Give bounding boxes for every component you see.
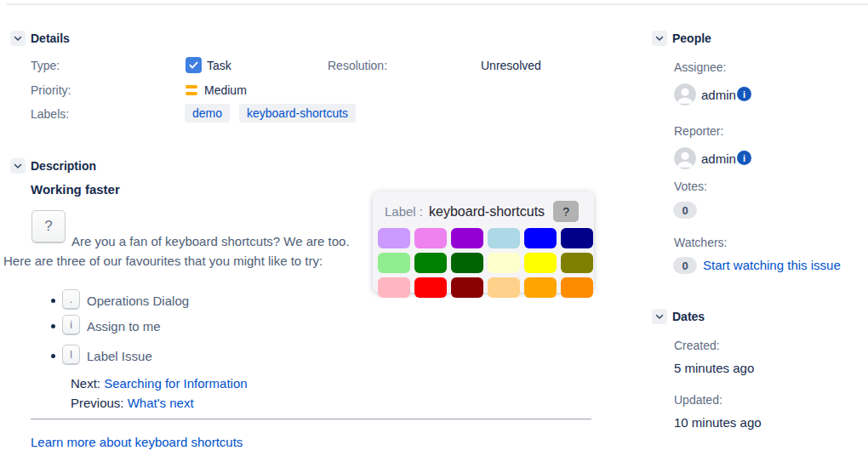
priority-medium-icon — [186, 85, 197, 95]
reporter-avatar — [674, 147, 696, 169]
priority-value: Medium — [204, 83, 247, 97]
color-swatch-2-5[interactable] — [561, 277, 593, 298]
color-swatch-0-4[interactable] — [524, 228, 557, 248]
previous-line: Previous: What's next — [71, 396, 194, 410]
assignee-field-label: Assignee: — [674, 60, 726, 74]
reporter-field-label: Reporter: — [674, 124, 723, 138]
color-swatch-2-1[interactable] — [414, 277, 447, 298]
color-swatch-0-2[interactable] — [451, 228, 483, 248]
color-swatch-2-0[interactable] — [378, 277, 410, 298]
people-collapse-button[interactable] — [652, 31, 667, 46]
reporter-name[interactable]: admin — [701, 151, 736, 166]
description-intro-line2: Here are three of our favourites that yo… — [3, 254, 323, 268]
color-swatch-0-0[interactable] — [378, 228, 410, 248]
chevron-down-icon — [13, 161, 23, 171]
color-swatch-0-1[interactable] — [414, 228, 447, 248]
label-popup-field-label: Label : — [385, 204, 423, 219]
description-divider — [31, 419, 591, 419]
shortcut-item: l Label Issue — [51, 345, 152, 364]
color-swatch-1-3[interactable] — [488, 253, 520, 273]
color-swatch-1-0[interactable] — [378, 253, 410, 273]
assignee-info-icon[interactable]: i — [737, 87, 751, 101]
color-swatch-1-5[interactable] — [561, 253, 593, 273]
shortcut-label: Label Issue — [87, 349, 152, 364]
description-title: Description — [31, 159, 96, 173]
reporter-info-icon[interactable]: i — [737, 151, 751, 165]
description-section-header: Description — [10, 158, 96, 174]
l-keycap-icon: l — [62, 345, 80, 364]
priority-field-label: Priority: — [31, 83, 71, 97]
bullet-icon — [51, 354, 55, 358]
labels-field-label: Labels: — [31, 107, 69, 121]
next-label: Next: — [71, 376, 100, 391]
created-value: 5 minutes ago — [674, 361, 754, 375]
top-divider — [7, 3, 868, 5]
color-swatch-1-4[interactable] — [524, 253, 557, 273]
people-section-header: People — [652, 31, 711, 46]
learn-more-link[interactable]: Learn more about keyboard shortcuts — [31, 435, 243, 449]
assignee-avatar — [674, 83, 696, 106]
color-swatch-1-2[interactable] — [451, 253, 483, 273]
watchers-field-label: Watchers: — [674, 236, 728, 249]
type-field-label: Type: — [31, 59, 60, 72]
description-collapse-button[interactable] — [10, 158, 26, 174]
swatch-grid — [378, 228, 594, 298]
shortcut-item: . Operations Dialog — [51, 289, 189, 309]
dot-keycap-icon: . — [62, 289, 80, 309]
resolution-field-label: Resolution: — [328, 59, 387, 72]
details-collapse-button[interactable] — [10, 31, 26, 46]
details-section-header: Details — [10, 31, 70, 46]
description-heading: Working faster — [31, 182, 120, 197]
next-link[interactable]: Searching for Information — [104, 376, 247, 391]
label-color-popup: Label : keyboard-shortcuts ? — [373, 191, 594, 293]
bullet-icon — [51, 299, 55, 303]
chevron-down-icon — [654, 311, 665, 322]
task-type-icon — [186, 57, 202, 73]
description-intro-line1: Are you a fan of keyboard shortcuts? We … — [71, 234, 350, 248]
dates-section-header: Dates — [652, 309, 705, 324]
question-keycap-icon: ? — [31, 210, 66, 242]
next-line: Next: Searching for Information — [71, 376, 248, 391]
shortcut-label: Operations Dialog — [87, 294, 189, 309]
color-swatch-0-3[interactable] — [488, 228, 520, 248]
label-popup-field-value: keyboard-shortcuts — [429, 204, 545, 220]
color-swatch-2-3[interactable] — [488, 277, 520, 298]
resolution-value: Unresolved — [481, 59, 541, 72]
color-swatch-1-1[interactable] — [414, 253, 447, 273]
label-popup-help-button[interactable]: ? — [553, 201, 579, 222]
color-swatch-2-4[interactable] — [524, 277, 557, 298]
previous-label: Previous: — [71, 396, 124, 410]
label-pill-demo[interactable]: demo — [185, 104, 230, 123]
chevron-down-icon — [13, 33, 23, 43]
shortcut-label: Assign to me — [87, 319, 161, 334]
votes-field-label: Votes: — [674, 180, 707, 193]
updated-value: 10 minutes ago — [674, 415, 762, 430]
label-popup-header: Label : keyboard-shortcuts ? — [385, 201, 594, 222]
assignee-name[interactable]: admin — [701, 88, 736, 102]
updated-field-label: Updated: — [674, 393, 722, 407]
details-title: Details — [31, 31, 70, 45]
dates-collapse-button[interactable] — [652, 309, 667, 324]
color-swatch-2-2[interactable] — [451, 277, 483, 298]
bullet-icon — [51, 324, 55, 328]
created-field-label: Created: — [674, 339, 720, 352]
issue-detail-page: Details Type: Task Resolution: Unresolve… — [0, 0, 868, 462]
shortcut-item: i Assign to me — [51, 315, 161, 334]
dates-title: Dates — [672, 310, 705, 323]
watchers-count-badge: 0 — [673, 257, 697, 274]
i-keycap-icon: i — [62, 315, 80, 334]
color-swatch-0-5[interactable] — [561, 228, 593, 248]
people-title: People — [672, 31, 711, 45]
start-watching-link[interactable]: Start watching this issue — [703, 258, 841, 272]
label-pill-keyboard-shortcuts[interactable]: keyboard-shortcuts — [239, 104, 356, 123]
votes-count-badge: 0 — [673, 202, 697, 219]
type-value: Task — [207, 59, 231, 72]
chevron-down-icon — [654, 33, 665, 43]
previous-link[interactable]: What's next — [128, 396, 194, 410]
